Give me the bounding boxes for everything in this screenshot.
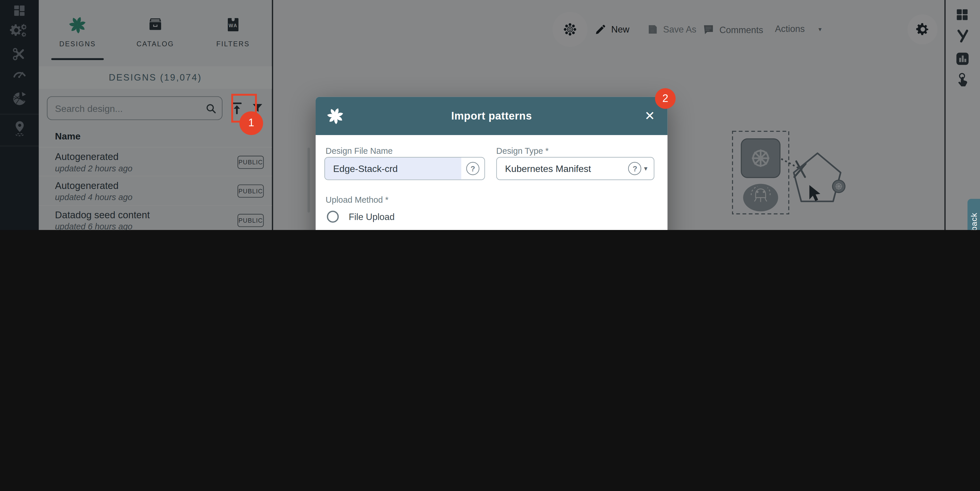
- design-file-name-input[interactable]: [325, 158, 461, 180]
- close-icon[interactable]: ✕: [644, 108, 655, 123]
- meshery-kanvas-app: › ? v0.7.76 DESIGNS CATALOG: [0, 0, 980, 230]
- feedback-tab[interactable]: Feedback: [967, 199, 980, 230]
- design-type-select[interactable]: Kubernetes Manifest ? ▾: [496, 157, 654, 180]
- modal-title: Import patterns: [316, 110, 668, 123]
- radio-off-icon: [327, 210, 339, 223]
- annotation-step-1: 1: [240, 111, 263, 135]
- import-patterns-modal: Import patterns ✕ Design File Name Desig…: [316, 97, 668, 230]
- modal-header: Import patterns ✕: [316, 97, 668, 135]
- caret-down-icon: ▾: [644, 164, 648, 172]
- design-type-label: Design Type *: [496, 146, 549, 156]
- annotation-step-2: 2: [655, 88, 676, 109]
- upload-method-label: Upload Method *: [326, 195, 388, 204]
- help-icon[interactable]: ?: [628, 162, 641, 175]
- design-file-name-field: ?: [325, 157, 485, 180]
- help-icon[interactable]: ?: [466, 162, 479, 175]
- design-type-value: Kubernetes Manifest: [497, 163, 624, 174]
- design-file-name-label: Design File Name: [326, 146, 393, 156]
- upload-method-file-option[interactable]: File Upload: [327, 210, 395, 223]
